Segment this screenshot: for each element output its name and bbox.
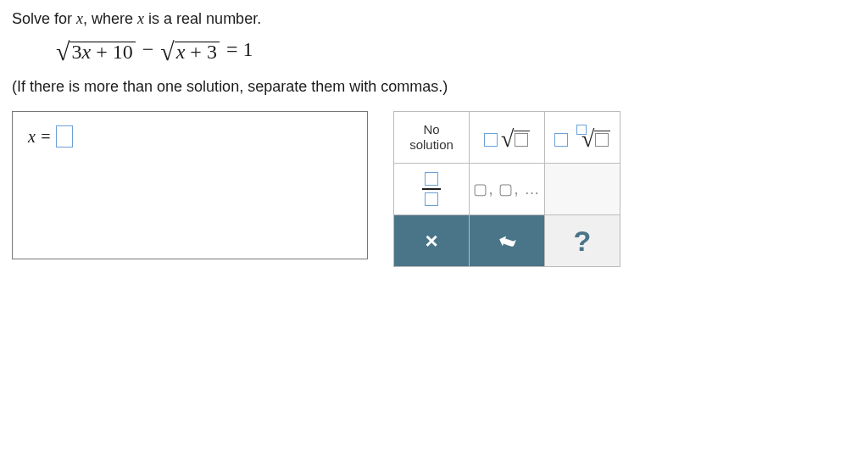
help-button[interactable]: ? (545, 215, 620, 267)
sqrt-2: √ x + 3 (160, 40, 220, 60)
equation-display: √ 3x + 10 − √ x + 3 = 1 (54, 38, 856, 61)
prompt-line-3: (If there is more than one solution, sep… (12, 78, 856, 96)
equals-one: = 1 (226, 38, 253, 61)
minus-sign: − (142, 38, 154, 61)
prompt-line-1: Solve for x, where x is a real number. (12, 10, 856, 28)
sqrt-template-button[interactable]: √ (470, 112, 545, 164)
work-area: x = No solution √ √ (12, 111, 856, 267)
nth-root-template-button[interactable]: √ (545, 112, 620, 164)
radical-icon: √ (56, 42, 70, 61)
text: is a real number. (144, 10, 261, 27)
text: Solve for (12, 10, 76, 27)
answer-input[interactable] (56, 125, 73, 148)
answer-lhs: x = (28, 127, 51, 147)
sqrt-1: √ 3x + 10 (56, 40, 136, 60)
text: , where (83, 10, 137, 27)
help-icon: ? (574, 225, 592, 257)
empty-cell (545, 164, 620, 215)
clear-button[interactable]: × (394, 215, 470, 267)
variable-x: x (76, 10, 83, 27)
list-template-button[interactable]: ▢, ▢, … (470, 164, 545, 215)
close-icon: × (425, 228, 437, 253)
answer-box[interactable]: x = (12, 111, 368, 259)
variable-x: x (137, 10, 144, 27)
no-solution-button[interactable]: No solution (394, 112, 470, 164)
input-palette: No solution √ √ ▢, ▢, … (393, 111, 620, 267)
fraction-template-button[interactable] (394, 164, 470, 215)
undo-icon: ➥ (495, 227, 519, 255)
undo-button[interactable]: ➥ (470, 215, 545, 267)
radical-icon: √ (160, 42, 174, 61)
